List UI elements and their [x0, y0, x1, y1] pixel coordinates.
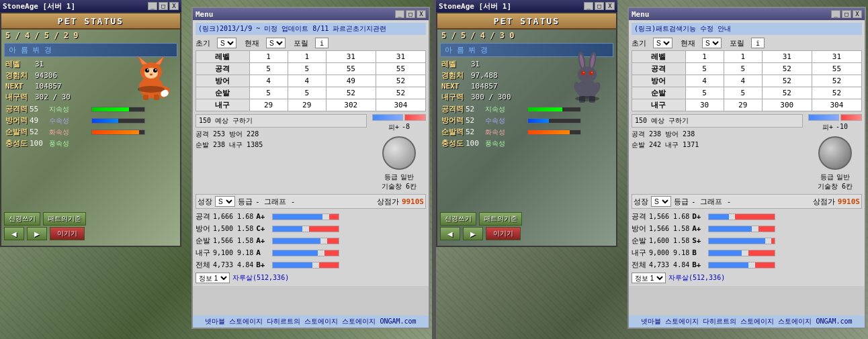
growth-select-right[interactable]: S [651, 196, 671, 207]
attr1-fill-left [92, 107, 129, 111]
action-buttons2-right: ◀ ▶ 이기기 [440, 227, 521, 240]
grade-bar-row-4: 전체4,733 4.84B+ [632, 260, 862, 270]
menu-close-btn-left[interactable]: X [417, 10, 426, 18]
growth-select-left[interactable]: S [215, 196, 235, 207]
grade-bar-row-3: 내구9,000 9.18B [632, 248, 862, 258]
menu-header-row-right: 초기 S 현재 S 포릴 i [632, 38, 862, 48]
current-select-left[interactable]: S [266, 38, 286, 48]
grade-bar-row-2: 순발1,600 1.58S+ [632, 236, 862, 246]
next-label-left: NEXT [5, 82, 32, 91]
action-buttons2-left: ◀ ▶ 이기기 [4, 227, 85, 240]
knob-section-left: 피+ -8 등급 일반 기술창 6칸 [372, 114, 426, 191]
footer-row-right: 정보 1 자루살(512,336) [632, 273, 862, 283]
stat-def-label-right: 방어 [632, 75, 685, 87]
nav-btn1-right[interactable]: ◀ [440, 227, 460, 240]
close-btn-left[interactable]: X [169, 2, 179, 10]
stat-table-right: 레벨 1 1 31 31 공격 5 5 52 55 방어 4 4 5 [632, 50, 862, 111]
title-text-left: StoneAge [서버 1] [3, 1, 75, 11]
menu-max-btn-left[interactable]: □ [406, 10, 415, 18]
menu-info-bar-left: (링크)2013/1/9 ~ 미정 업데이트 8/11 파르곤초기지관련 [196, 23, 426, 35]
current-label-left: 현재 [245, 38, 263, 48]
titlebar-buttons-right: _ □ X [584, 2, 615, 10]
loyalty-stat-left: 충성도 100 풍속성 [5, 138, 90, 148]
capture-info-right[interactable]: i [751, 38, 765, 48]
pet-status-title-right: PET STATUS [437, 13, 616, 30]
close-btn-right[interactable]: X [605, 2, 615, 10]
pred-info-right: 150 예상 구하기 공격 238 방어 238 순발 242 내구 1371 [632, 114, 803, 191]
knob-section-right: 피+ -10 등급 일반 기술창 6칸 [808, 114, 862, 191]
stat-level-init-left: 1 [249, 51, 288, 63]
atk-detail-left: 공격 253 방어 228 [196, 130, 367, 139]
stat-level-calc-left: 31 [326, 51, 376, 63]
svg-point-18 [578, 66, 597, 83]
svg-point-32 [575, 96, 599, 101]
initial-select-right[interactable]: S [653, 38, 672, 48]
spd-detail-right: 순발 242 내구 1371 [632, 140, 803, 150]
nav-btn2-right[interactable]: ▶ [463, 227, 483, 240]
menu-min-btn-left[interactable]: _ [395, 10, 404, 18]
endure-label-left: 내구력 [5, 92, 32, 102]
grade-info-right: 등급 일반 [820, 173, 850, 182]
menu-close-btn-right[interactable]: X [853, 10, 862, 18]
stat-level-label-left: 레벨 [196, 51, 250, 63]
attr3-bar-left [91, 127, 176, 137]
attr3-right: 화속성 [485, 128, 505, 137]
hp-bars-right [808, 114, 862, 121]
grade-info-left: 등급 일반 [384, 173, 414, 182]
current-label-right: 현재 [681, 38, 699, 48]
hp-bars-left [372, 114, 426, 121]
page-select-right[interactable]: 정보 1 [632, 273, 666, 283]
svg-point-7 [145, 68, 149, 72]
menu-tb-buttons-right: _ □ X [831, 10, 862, 18]
attr1-bar-visual-left [91, 107, 145, 112]
attr2-label-left: 수속성 [49, 116, 69, 126]
footer-row-left: 정보 1 자루살(512,336) [196, 273, 426, 283]
pet-stats-line-left: 5 / 4 / 5 / 2 9 [1, 30, 180, 42]
standard-btn-left[interactable]: 패트의기준 [43, 212, 86, 226]
svg-point-26 [591, 72, 593, 73]
attr1-bar-right [527, 104, 612, 114]
grade-bars-right: 공격1,566 1.68D+방어1,566 1.58A+순발1,600 1.58… [632, 211, 862, 270]
svg-rect-15 [154, 95, 159, 100]
defense-stat-left: 방어력 49 수속성 [5, 115, 90, 126]
nav-btn2-left[interactable]: ▶ [27, 227, 47, 240]
svg-point-11 [150, 74, 153, 76]
page-select-left[interactable]: 정보 1 [196, 273, 230, 283]
manage-btn-left[interactable]: 신경쓰기 [4, 212, 40, 226]
stat-end-calc-left: 302 [326, 99, 376, 111]
win-btn-left[interactable]: 이기기 [50, 227, 85, 240]
menu-title-bar-left: Menu _ □ X [193, 8, 429, 20]
standard-btn-right[interactable]: 패트의기준 [479, 212, 522, 226]
stat-atk-init2-left: 5 [288, 63, 326, 75]
maximize-btn-left[interactable]: □ [159, 2, 168, 10]
pet-sprite-area-right [567, 50, 611, 104]
menu-min-btn-right[interactable]: _ [831, 10, 840, 18]
capture-info-left[interactable]: i [315, 38, 329, 48]
menu-content-left: (링크)2013/1/9 ~ 미정 업데이트 8/11 파르곤초기지관련 초기 … [193, 20, 429, 286]
svg-point-23 [581, 71, 585, 75]
grade-bar-row-0: 공격1,666 1.68A+ [196, 211, 426, 222]
stat-level-label-right: 레벨 [632, 51, 685, 63]
nav-btn1-left[interactable]: ◀ [4, 227, 24, 240]
maximize-btn-right[interactable]: □ [595, 2, 604, 10]
stat-spd-calc-left: 52 [326, 87, 376, 99]
level-val-left: 31 [35, 60, 69, 68]
initial-select-left[interactable]: S [217, 38, 236, 48]
svg-point-25 [583, 72, 584, 73]
minimize-btn-left[interactable]: _ [148, 2, 157, 10]
win-btn-right[interactable]: 이기기 [486, 227, 521, 240]
stat-def-init-left: 4 [249, 75, 288, 87]
exp-val-left: 94306 [35, 71, 69, 80]
attr-grid-left: 공격력 55 지속성 방어력 49 수속성 [1, 103, 180, 150]
speed-stat-left: 순발력 52 화속성 [5, 127, 90, 137]
current-select-right[interactable]: S [702, 38, 722, 48]
pred-section-right: 150 예상 구하기 공격 238 방어 238 순발 242 내구 1371 … [632, 114, 862, 191]
level-val-right: 31 [471, 60, 505, 68]
manage-btn-right[interactable]: 신경쓰기 [440, 212, 476, 226]
svg-point-16 [138, 86, 165, 93]
pet-status-panel-left: PET STATUS 5 / 4 / 5 / 2 9 아 름 뷔 경 레벨 31… [0, 12, 181, 247]
menu-max-btn-right[interactable]: □ [842, 10, 851, 18]
stat-end-other-left: 304 [376, 99, 425, 111]
menu-title-text-left: Menu [196, 10, 214, 19]
minimize-btn-right[interactable]: _ [584, 2, 593, 10]
